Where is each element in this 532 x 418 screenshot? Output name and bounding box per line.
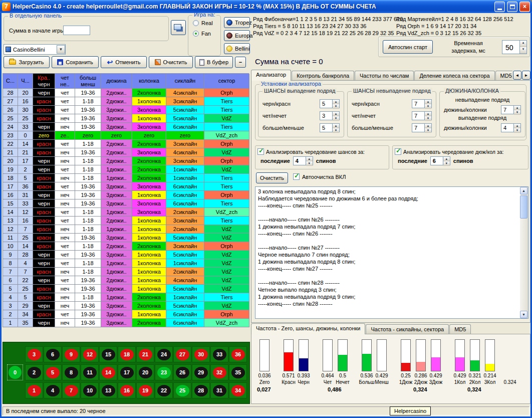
load-button[interactable]: Загрузить [4,56,50,68]
spinner[interactable]: 5▲▼ [320,123,340,132]
tab-4[interactable]: Деление колеса на сектора [414,71,494,81]
board-cell-1[interactable]: 1 [25,382,43,398]
board-cell-34[interactable]: 34 [229,382,247,398]
board-cell-29[interactable]: 29 [192,364,210,380]
spinner-arrows[interactable]: ▲▼ [332,124,339,132]
radio-fan[interactable] [193,31,199,37]
board-cell-8[interactable]: 8 [62,364,80,380]
spinner[interactable]: 4▲▼ [293,156,313,165]
board-cell-27[interactable]: 27 [173,346,191,362]
spinner-up-icon[interactable]: ▲ [333,124,339,128]
spinner-arrows[interactable]: ▲▼ [424,100,431,108]
spinner[interactable]: 7▲▼ [412,99,432,108]
clear-table-button[interactable]: Очистить [149,56,193,68]
spinner-down-icon[interactable]: ▼ [306,161,313,166]
tab-scroll-left[interactable]: ◄ [513,71,521,80]
spinner-up-icon[interactable]: ▲ [306,157,313,161]
board-cell-24[interactable]: 24 [155,346,173,362]
autospin-start-button[interactable]: Автоспин старт [383,40,433,54]
board-cell-13[interactable]: 13 [99,382,117,398]
spinner-up-icon[interactable]: ▲ [514,124,520,128]
board-cell-18[interactable]: 18 [118,346,136,362]
board-cell-36[interactable]: 36 [229,346,247,362]
europa-button[interactable]: Europa [224,30,250,41]
close-button[interactable]: × [519,2,530,12]
board-cell-21[interactable]: 21 [136,346,154,362]
spinner-up-icon[interactable]: ▲ [443,157,450,161]
scroll-thumb[interactable] [520,195,527,219]
board-cell-2[interactable]: 2 [25,364,43,380]
tab-2[interactable]: Контроль банкролла [292,71,354,81]
board-cell-6[interactable]: 6 [44,346,62,362]
delay-input[interactable]: 50 ▲ ▼ [502,40,527,54]
tropez-button[interactable]: Tropez [224,17,250,28]
copy-buffer-button[interactable]: В буфер [195,56,233,68]
spinner[interactable]: 4▲▼ [501,123,521,132]
spinner-up-icon[interactable]: ▲ [425,112,431,116]
board-cell-20[interactable]: 20 [136,364,154,380]
spinner-arrows[interactable]: ▲▼ [424,112,431,120]
spinner-arrows[interactable]: ▲▼ [332,100,339,108]
tab-scroll-right[interactable]: ► [522,71,530,80]
chances-alternation-checkbox[interactable] [257,148,264,155]
radio-real[interactable] [193,20,199,26]
spinner-arrows[interactable]: ▲▼ [424,124,431,132]
tab-2[interactable]: Частота - сиклайны, сектора [366,324,449,334]
autoclean-checkbox[interactable] [293,173,300,180]
spinner-arrows[interactable]: ▲▼ [513,106,520,114]
board-cell-28[interactable]: 28 [192,382,210,398]
board-cell-9[interactable]: 9 [62,346,80,362]
board-cell-14[interactable]: 14 [99,364,117,380]
spinner-up-icon[interactable]: ▲ [520,41,526,47]
board-cell-30[interactable]: 30 [192,346,210,362]
spinner[interactable]: 6▲▼ [430,156,450,165]
board-cell-22[interactable]: 22 [155,382,173,398]
board-cell-12[interactable]: 12 [81,346,99,362]
board-cell-3[interactable]: 3 [25,346,43,362]
spinner-down-icon[interactable]: ▼ [520,47,526,54]
scroll-down-button[interactable]: ▼ [520,311,527,318]
collapse-button[interactable]: − [235,57,246,68]
board-cell-25[interactable]: 25 [173,382,191,398]
spinner-up-icon[interactable]: ▲ [425,100,431,104]
detach-panel-button[interactable] [171,20,186,35]
tab-3[interactable]: Частоты по числам [355,71,414,81]
board-cell-31[interactable]: 31 [210,382,228,398]
undo-button[interactable]: ↩ Отменить [101,56,147,68]
spinner[interactable]: 7▲▼ [412,123,432,132]
spinner-down-icon[interactable]: ▼ [425,128,431,133]
clear-log-button[interactable]: Очистить [256,172,288,183]
log-scrollbar[interactable]: ▲ ▼ [520,187,528,318]
minimize-button[interactable] [494,2,505,12]
board-cell-0[interactable]: 0 [7,364,23,380]
board-cell-19[interactable]: 19 [136,382,154,398]
spinner-down-icon[interactable]: ▼ [443,161,450,166]
spinner[interactable]: 3▲▼ [320,111,340,120]
dropdown-arrow-icon[interactable]: ▼ [57,45,65,54]
tab-3[interactable]: MD5 [449,324,471,334]
board-cell-32[interactable]: 32 [210,364,228,380]
board-cell-35[interactable]: 35 [229,364,247,380]
board-cell-26[interactable]: 26 [173,364,191,380]
dozen-alternation-checkbox[interactable] [395,148,401,155]
spinner-down-icon[interactable]: ▼ [425,104,431,109]
spinner-arrows[interactable]: ▲▼ [306,157,313,165]
tab-1[interactable]: Частота - Zero, шансы, дюжины, колонки [251,323,365,334]
spinner-up-icon[interactable]: ▲ [333,100,339,104]
tab-1[interactable]: Анализатор [251,70,291,81]
spinner-up-icon[interactable]: ▲ [514,106,520,110]
spinner-down-icon[interactable]: ▼ [514,110,520,115]
board-cell-7[interactable]: 7 [62,382,80,398]
spinner-down-icon[interactable]: ▼ [514,128,520,133]
board-cell-5[interactable]: 5 [44,364,62,380]
maximize-button[interactable] [507,2,517,12]
spinner[interactable]: 5▲▼ [320,99,340,108]
spinner-down-icon[interactable]: ▼ [425,116,431,121]
board-cell-17[interactable]: 17 [118,364,136,380]
spinner-arrows[interactable]: ▲▼ [332,112,339,120]
board-cell-23[interactable]: 23 [155,364,173,380]
delay-spinner-arrows[interactable]: ▲ ▼ [519,41,526,54]
board-cell-16[interactable]: 16 [118,382,136,398]
spinner-down-icon[interactable]: ▼ [333,104,339,109]
save-button[interactable]: Сохранить [52,56,99,68]
